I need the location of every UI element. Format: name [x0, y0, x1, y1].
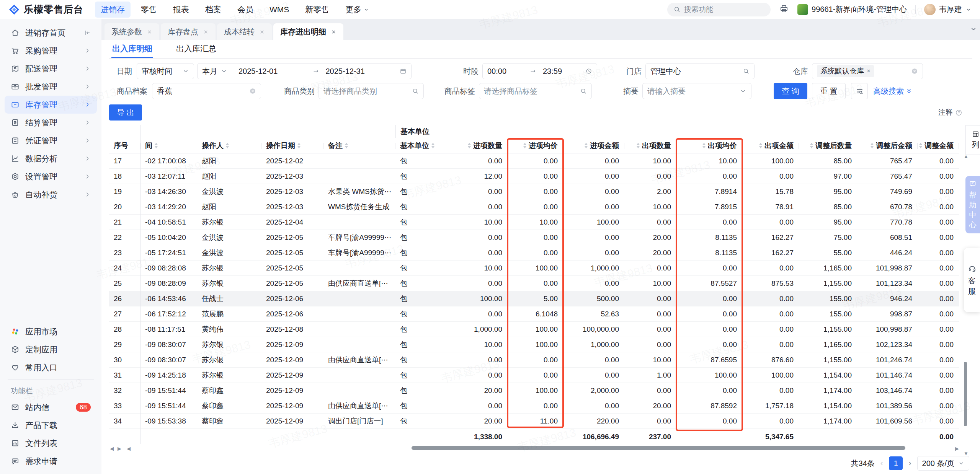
- sidebar-item-main-5[interactable]: 结算管理: [5, 114, 97, 132]
- table-row[interactable]: 29-09 08:30:07苏尔银2025-12-09包10.00100.001…: [109, 337, 959, 352]
- table-row[interactable]: 20-03 14:29:20赵阳2025-12-03WMS拣货任务生成包0.00…: [109, 199, 959, 215]
- sidebar-item-main-7[interactable]: 数据分析: [5, 150, 97, 168]
- time-to-value[interactable]: 23:59: [540, 67, 582, 76]
- table-row[interactable]: 32-09 15:51:44蔡印鑫2025-12-09包20.00100.002…: [109, 383, 959, 398]
- horizontal-scrollbar[interactable]: ◀▶◀ ▶: [109, 445, 960, 451]
- current-page-button[interactable]: 1: [889, 456, 903, 470]
- store-switcher[interactable]: 99661-新界面环境-管理中心: [797, 4, 907, 15]
- reset-button[interactable]: 重 置: [812, 83, 846, 99]
- sort-icon[interactable]: [523, 143, 526, 148]
- table-row[interactable]: 27-06 17:52:12范展鹏2025-12-06包0.006.104852…: [109, 306, 959, 322]
- sidebar-item-main-2[interactable]: 配送管理: [5, 60, 97, 78]
- hscroll-thumb[interactable]: [412, 446, 905, 450]
- saved-filter-button[interactable]: [851, 83, 868, 99]
- tab-close-icon[interactable]: [147, 29, 152, 35]
- page-size-select[interactable]: 200 条/页: [917, 456, 969, 471]
- column-header-6[interactable]: 进项数量: [448, 138, 508, 153]
- print-button[interactable]: [779, 4, 789, 15]
- sort-icon[interactable]: [919, 143, 922, 148]
- product-input-field[interactable]: [157, 87, 246, 96]
- sidebar-item-main-4[interactable]: 库存管理: [5, 96, 97, 114]
- next-page-button[interactable]: ›: [908, 458, 911, 468]
- time-from-value[interactable]: 00:00: [487, 67, 527, 76]
- advanced-search-link[interactable]: 高级搜索: [873, 86, 912, 96]
- note-link[interactable]: 注释: [938, 108, 962, 117]
- column-header-12[interactable]: 调整后数量: [799, 138, 857, 153]
- subtab-1[interactable]: 出入库汇总: [175, 40, 217, 58]
- date-from-value[interactable]: 2025-12-01: [238, 67, 310, 76]
- sort-icon[interactable]: [637, 143, 640, 148]
- column-settings-button[interactable]: 列: [965, 125, 980, 155]
- column-header-1[interactable]: 间: [140, 138, 197, 153]
- nav-item-0[interactable]: 进销存: [95, 2, 131, 18]
- table-row[interactable]: 25-09 08:28:09苏尔银2025-12-05由供应商直送单[⋯包0.0…: [109, 276, 959, 291]
- page-tab-2[interactable]: 成本结转: [217, 23, 272, 40]
- summary-select[interactable]: 请输入摘要: [642, 83, 751, 99]
- category-input[interactable]: 请选择商品类别: [318, 83, 424, 99]
- column-header-14[interactable]: 调整金额: [918, 138, 959, 153]
- table-row[interactable]: 33-09 15:51:44蔡印鑫2025-12-09由供应商直送单[⋯包0.0…: [109, 398, 959, 414]
- subtab-0[interactable]: 出入库明细: [111, 40, 153, 58]
- query-button[interactable]: 查 询: [774, 83, 807, 99]
- sidebar-item-main-0[interactable]: 进销存首页: [5, 24, 97, 42]
- clear-icon[interactable]: [249, 88, 256, 94]
- hscroll-left-arrows[interactable]: ◀▶◀: [110, 446, 131, 451]
- table-row[interactable]: 30-09 08:30:07苏尔银2025-12-09由供应商直送单[⋯包0.0…: [109, 352, 959, 368]
- warehouse-input[interactable]: 系统默认仓库×: [812, 63, 923, 79]
- help-center-tab[interactable]: 帮助中心: [965, 176, 980, 233]
- prev-page-button[interactable]: ‹: [880, 458, 883, 468]
- column-header-10[interactable]: 出项均价: [676, 138, 742, 153]
- sort-icon[interactable]: [226, 143, 229, 148]
- nav-item-3[interactable]: 档案: [199, 2, 227, 18]
- column-header-2[interactable]: 操作人: [197, 138, 261, 153]
- user-menu[interactable]: 韦厚建: [924, 4, 972, 15]
- date-type-select[interactable]: 审核时间: [137, 63, 194, 79]
- nav-item-6[interactable]: 新零售: [299, 2, 335, 18]
- column-header-5[interactable]: 基本单位: [395, 138, 448, 153]
- column-header-4[interactable]: 备注: [323, 138, 395, 153]
- tabbar-collapse-button[interactable]: [970, 26, 977, 34]
- page-tab-0[interactable]: 系统参数: [105, 23, 159, 40]
- sidebar-collapse-icon[interactable]: [84, 29, 91, 36]
- tab-close-icon[interactable]: [203, 29, 209, 35]
- sidebar-item-extra-1[interactable]: 定制应用: [5, 340, 97, 358]
- export-button[interactable]: 导 出: [109, 104, 142, 121]
- nav-item-5[interactable]: WMS: [264, 2, 295, 17]
- table-row[interactable]: 22-05 10:04:20金洪波2025-12-05车牌号[渝A99999⋯包…: [109, 230, 959, 245]
- sort-icon[interactable]: [155, 143, 158, 148]
- page-tab-3[interactable]: 库存进出明细: [273, 23, 343, 40]
- sidebar-item-extra-0[interactable]: 应用市场: [5, 323, 97, 340]
- hscroll-right-arrow[interactable]: ▶: [955, 446, 959, 451]
- table-row[interactable]: 24-09 08:28:08苏尔银2025-12-05包10.00100.001…: [109, 261, 959, 276]
- sidebar-item-main-8[interactable]: 设置管理: [5, 168, 97, 186]
- column-header-3[interactable]: 操作日期: [261, 138, 323, 153]
- vscroll-thumb[interactable]: [964, 362, 967, 426]
- sort-icon[interactable]: [702, 143, 706, 148]
- tag-close-icon[interactable]: ×: [867, 67, 871, 75]
- column-header-7[interactable]: 进项均价: [508, 138, 563, 153]
- clear-icon[interactable]: [911, 68, 918, 75]
- table-row[interactable]: 31-09 14:25:18苏尔银2025-12-09包0.000.000.00…: [109, 368, 959, 383]
- global-search-input[interactable]: 搜索功能: [667, 3, 771, 16]
- store-filter-input[interactable]: 管理中心: [645, 63, 755, 79]
- sort-icon[interactable]: [468, 143, 471, 148]
- product-tag-input[interactable]: 请选择商品标签: [479, 83, 592, 99]
- time-range-picker[interactable]: 00:00 23:59: [482, 63, 597, 79]
- table-row[interactable]: 34-09 15:53:38蔡印鑫2025-12-09调出门店[门店一]包20.…: [109, 414, 959, 429]
- table-row[interactable]: 26-06 14:53:46任战士2025-12-06包100.005.0050…: [109, 291, 959, 306]
- sidebar-item-func-3[interactable]: 需求申请: [5, 452, 97, 470]
- sidebar-item-func-0[interactable]: 站内信68: [5, 398, 97, 416]
- tab-close-icon[interactable]: [331, 29, 336, 35]
- sort-icon[interactable]: [297, 143, 301, 148]
- product-input[interactable]: [152, 83, 261, 99]
- sidebar-item-main-3[interactable]: 批发管理: [5, 78, 97, 96]
- sort-icon[interactable]: [345, 143, 348, 148]
- sidebar-item-func-2[interactable]: 文件列表: [5, 434, 97, 452]
- sort-icon[interactable]: [585, 143, 588, 148]
- column-header-13[interactable]: 调整后金额: [857, 138, 918, 153]
- vscroll-down-arrow[interactable]: ▼: [964, 451, 969, 456]
- nav-item-7[interactable]: 更多: [340, 2, 375, 18]
- sort-icon[interactable]: [871, 143, 874, 148]
- sidebar-item-main-6[interactable]: 凭证管理: [5, 132, 97, 150]
- date-range-picker[interactable]: 本月 2025-12-01 2025-12-31: [197, 63, 412, 79]
